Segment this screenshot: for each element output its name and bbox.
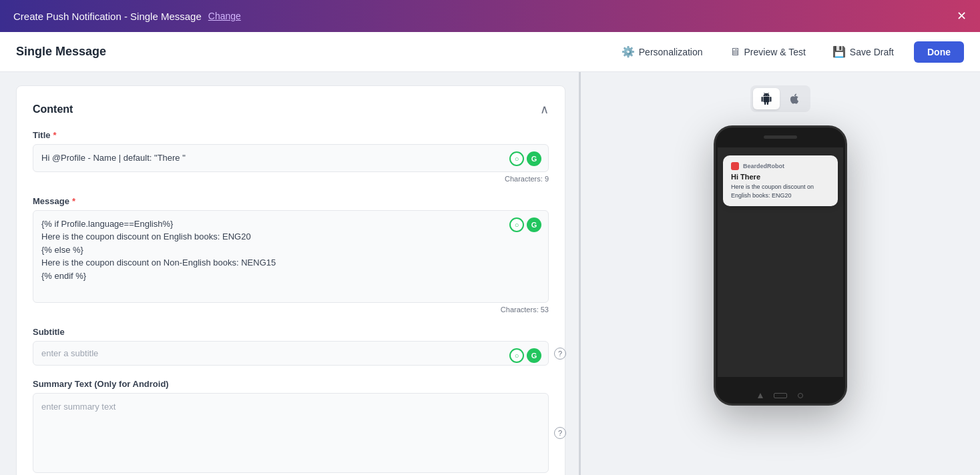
required-star: *	[53, 130, 57, 140]
title-grammarly-btn[interactable]: G	[527, 151, 541, 166]
secondary-bar: Single Message ⚙️ Personalization 🖥 Prev…	[0, 32, 980, 72]
message-required-star: *	[72, 196, 75, 206]
notif-header: BeardedRobot	[731, 162, 830, 170]
message-line3: {% else %}	[41, 244, 515, 257]
subtitle-label: Subtitle	[33, 327, 549, 337]
summary-placeholder: enter summary text	[41, 402, 115, 412]
personalization-button[interactable]: ⚙️ Personalization	[615, 41, 710, 62]
title-field-group: Title * Hi @Profile - Name | default: "T…	[33, 130, 549, 183]
subtitle-input-container: enter a subtitle ○ G ?	[33, 341, 549, 366]
subtitle-field-icons: ○ G	[509, 348, 541, 363]
ios-toggle-btn[interactable]	[781, 88, 808, 109]
gear-icon: ⚙️	[622, 45, 635, 58]
title-input-container: Hi @Profile - Name | default: "There " ○…	[33, 144, 549, 172]
message-field-icons: ○ G	[509, 217, 541, 232]
message-line4: Here is the coupon discount on Non-Engli…	[41, 256, 515, 270]
summary-input-container: enter summary text ?	[33, 393, 549, 473]
message-line1: {% if Profile.language==English%}	[41, 217, 515, 231]
summary-input[interactable]: enter summary text	[33, 393, 549, 473]
back-button-icon	[758, 393, 763, 398]
summary-help-icon[interactable]: ?	[554, 427, 566, 439]
phone-mockup: BeardedRobot Hi There Here is the coupon…	[714, 125, 847, 406]
phone-home-bar	[758, 393, 803, 398]
title-emoji-btn[interactable]: ○	[509, 151, 524, 166]
notif-app-icon	[731, 162, 739, 170]
preview-test-button[interactable]: 🖥 Preview & Test	[723, 42, 812, 62]
close-button[interactable]: ✕	[957, 9, 967, 23]
content-card-header: Content ∧	[33, 102, 549, 117]
phone-notification: BeardedRobot Hi There Here is the coupon…	[723, 155, 838, 206]
recents-button-icon	[798, 393, 803, 398]
notif-body: Here is the coupon discount on English b…	[731, 183, 830, 199]
title-field-icons: ○ G	[509, 151, 541, 166]
phone-screen: BeardedRobot Hi There Here is the coupon…	[718, 147, 843, 377]
save-icon: 💾	[832, 45, 846, 58]
message-label: Message *	[33, 196, 549, 206]
change-link[interactable]: Change	[208, 11, 241, 21]
title-char-count: Characters: 9	[33, 175, 549, 183]
subtitle-grammarly-btn[interactable]: G	[527, 348, 541, 363]
summary-label: Summary Text (Only for Android)	[33, 379, 549, 389]
notif-title: Hi There	[731, 173, 830, 181]
content-section-title: Content	[33, 103, 73, 115]
top-bar-title: Create Push Notification - Single Messag…	[13, 11, 202, 22]
phone-speaker	[764, 135, 797, 139]
message-line2: Here is the coupon discount on English b…	[41, 230, 515, 244]
message-char-count: Characters: 53	[33, 306, 549, 314]
subtitle-input[interactable]: enter a subtitle ○ G	[33, 341, 549, 366]
home-button-icon	[774, 393, 787, 398]
message-grammarly-btn[interactable]: G	[527, 217, 541, 232]
monitor-icon: 🖥	[730, 46, 740, 58]
right-panel: BeardedRobot Hi There Here is the coupon…	[581, 72, 980, 475]
message-input[interactable]: {% if Profile.language==English%} Here i…	[33, 210, 549, 304]
toolbar-actions: ⚙️ Personalization 🖥 Preview & Test 💾 Sa…	[615, 41, 964, 63]
notif-app-name: BeardedRobot	[743, 163, 784, 169]
subtitle-emoji-btn[interactable]: ○	[509, 348, 524, 363]
message-emoji-btn[interactable]: ○	[509, 217, 524, 232]
main-layout: Content ∧ Title * Hi @Profile - Name | d…	[0, 72, 980, 475]
collapse-button[interactable]: ∧	[540, 102, 549, 117]
top-bar: Create Push Notification - Single Messag…	[0, 0, 980, 32]
summary-field-group: Summary Text (Only for Android) enter su…	[33, 379, 549, 473]
content-card: Content ∧ Title * Hi @Profile - Name | d…	[16, 85, 565, 475]
message-text: {% if Profile.language==English%} Here i…	[41, 217, 515, 283]
message-line5: {% endif %}	[41, 270, 515, 283]
title-input[interactable]: Hi @Profile - Name | default: "There " ○…	[33, 144, 549, 172]
preview-test-label: Preview & Test	[744, 47, 806, 57]
subtitle-placeholder: enter a subtitle	[41, 348, 98, 358]
message-input-container: {% if Profile.language==English%} Here i…	[33, 210, 549, 304]
top-bar-left: Create Push Notification - Single Messag…	[13, 11, 241, 22]
page-title: Single Message	[16, 45, 106, 59]
title-label: Title *	[33, 130, 549, 140]
save-draft-label: Save Draft	[850, 47, 894, 57]
title-value: Hi @Profile - Name | default: "There "	[41, 153, 186, 163]
android-toggle-btn[interactable]	[753, 88, 780, 109]
message-field-group: Message * {% if Profile.language==Englis…	[33, 196, 549, 314]
done-button[interactable]: Done	[914, 41, 964, 63]
personalization-label: Personalization	[639, 47, 703, 57]
left-panel: Content ∧ Title * Hi @Profile - Name | d…	[0, 72, 581, 475]
device-toggle	[750, 85, 810, 112]
save-draft-button[interactable]: 💾 Save Draft	[826, 41, 901, 62]
subtitle-field-group: Subtitle enter a subtitle ○ G ?	[33, 327, 549, 366]
subtitle-help-icon[interactable]: ?	[554, 348, 566, 360]
